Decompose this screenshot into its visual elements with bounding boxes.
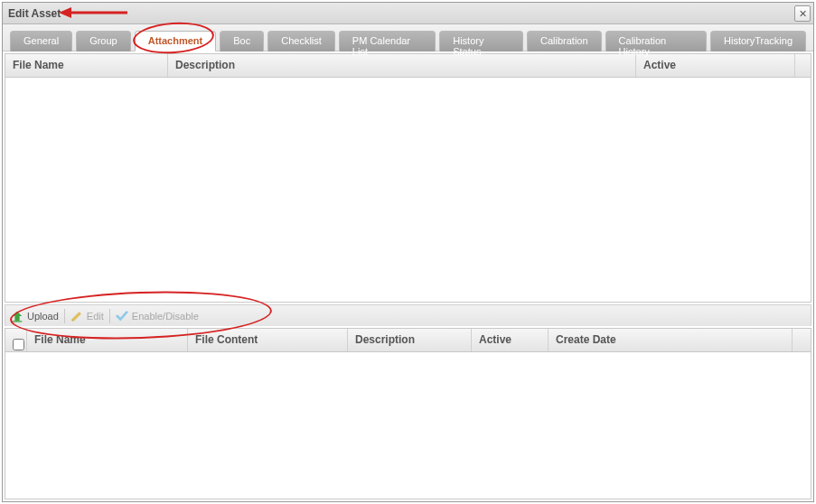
upload-label: Upload bbox=[27, 311, 59, 322]
enable-label: Enable/Disable bbox=[132, 311, 199, 322]
tab-body: File NameDescriptionActive Upload Edit bbox=[3, 51, 813, 501]
tab-attachment[interactable]: Attachment bbox=[135, 31, 217, 51]
attachment-toolbar: Upload Edit Enable/Disable bbox=[5, 304, 811, 326]
enable-disable-button[interactable]: Enable/Disable bbox=[116, 310, 199, 322]
edit-button[interactable]: Edit bbox=[70, 310, 104, 322]
grid-header: File NameFile ContentDescriptionActiveCr… bbox=[5, 329, 811, 352]
select-all-column bbox=[5, 329, 27, 351]
tab-history-status[interactable]: History Status bbox=[439, 31, 523, 51]
tab-group[interactable]: Group bbox=[76, 31, 131, 51]
edit-label: Edit bbox=[87, 311, 104, 322]
tab-general[interactable]: General bbox=[10, 31, 72, 51]
column-file-name[interactable]: File Name bbox=[27, 329, 188, 351]
separator bbox=[109, 309, 110, 323]
tab-boc[interactable]: Boc bbox=[220, 31, 264, 51]
grid-header: File NameDescriptionActive bbox=[5, 54, 811, 78]
column-description[interactable]: Description bbox=[168, 54, 636, 77]
close-icon: ✕ bbox=[799, 8, 807, 19]
close-button[interactable]: ✕ bbox=[794, 5, 811, 22]
svg-rect-0 bbox=[13, 321, 23, 322]
separator bbox=[64, 309, 65, 323]
titlebar: Edit Asset ✕ bbox=[3, 3, 813, 24]
tab-historytracking[interactable]: HistoryTracking bbox=[710, 31, 806, 51]
grid-body-empty bbox=[5, 78, 811, 302]
attachment-detail-grid: File NameFile ContentDescriptionActiveCr… bbox=[5, 328, 811, 499]
tab-calibration-history[interactable]: Calibration History bbox=[605, 31, 707, 51]
tab-checklist[interactable]: Checklist bbox=[267, 31, 335, 51]
attachment-summary-grid: File NameDescriptionActive bbox=[5, 53, 811, 303]
column-description[interactable]: Description bbox=[348, 329, 472, 351]
column-active[interactable]: Active bbox=[636, 54, 795, 77]
window-title: Edit Asset bbox=[8, 7, 61, 20]
column-file-content[interactable]: File Content bbox=[188, 329, 348, 351]
pencil-icon bbox=[70, 310, 83, 322]
tab-pm-calendar-list[interactable]: PM Calendar List bbox=[339, 31, 436, 51]
upload-icon bbox=[11, 310, 23, 322]
check-icon bbox=[116, 310, 128, 322]
column-create-date[interactable]: Create Date bbox=[549, 329, 793, 351]
tab-strip: GeneralGroupAttachmentBocChecklistPM Cal… bbox=[3, 24, 813, 51]
select-all-checkbox[interactable] bbox=[13, 339, 24, 350]
column-active[interactable]: Active bbox=[472, 329, 549, 351]
grid-body-empty bbox=[5, 352, 811, 499]
column-file-name[interactable]: File Name bbox=[5, 54, 168, 77]
upload-button[interactable]: Upload bbox=[11, 310, 59, 322]
edit-asset-dialog: Edit Asset ✕ GeneralGroupAttachmentBocCh… bbox=[2, 2, 814, 502]
tab-calibration[interactable]: Calibration bbox=[527, 31, 602, 51]
